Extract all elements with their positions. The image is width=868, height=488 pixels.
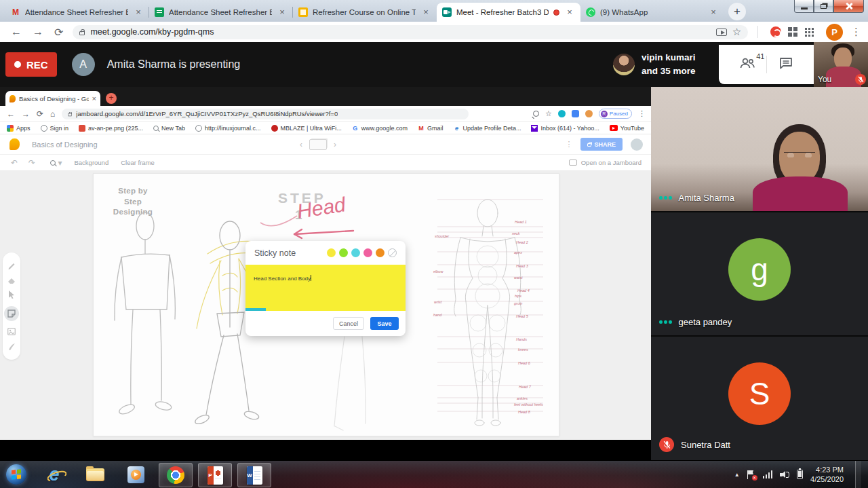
select-tool-icon[interactable]: [8, 290, 15, 299]
undo-icon[interactable]: ↶: [11, 158, 18, 168]
battery-icon[interactable]: [797, 470, 803, 479]
sticky-note-body[interactable]: Head Section and Body: [245, 265, 406, 311]
color-swatch[interactable]: [339, 248, 348, 257]
volume-icon[interactable]: [780, 470, 789, 478]
start-button[interactable]: [0, 461, 33, 488]
zoom-icon[interactable]: [533, 111, 539, 117]
forward-button[interactable]: →: [33, 26, 43, 38]
restore-button[interactable]: [814, 0, 833, 13]
inner-new-tab-button[interactable]: +: [106, 93, 117, 104]
close-tab-icon[interactable]: ×: [564, 7, 575, 18]
show-desktop-button[interactable]: [855, 461, 861, 488]
laser-tool-icon[interactable]: [7, 343, 16, 351]
taskbar-clock[interactable]: 4:23 PM 4/25/2020: [810, 465, 844, 485]
color-swatch[interactable]: [376, 248, 384, 257]
bookmark-star-icon[interactable]: ☆: [732, 26, 741, 38]
next-frame-icon[interactable]: ›: [334, 140, 336, 149]
new-tab-button[interactable]: +: [728, 3, 746, 20]
bookmark-item[interactable]: Sign in: [41, 125, 69, 132]
extension-icon[interactable]: [558, 110, 566, 117]
sync-paused-profile[interactable]: R Paused: [599, 109, 632, 119]
cancel-button[interactable]: Cancel: [333, 317, 364, 330]
previous-frame-icon[interactable]: ‹: [300, 140, 302, 149]
chat-button[interactable]: [767, 57, 805, 72]
frame-thumbnail[interactable]: [309, 139, 327, 150]
clear-color-swatch[interactable]: [388, 248, 397, 257]
participant-avatar[interactable]: [613, 54, 635, 75]
taskbar-powerpoint-active[interactable]: P: [198, 463, 232, 487]
bookmark-item[interactable]: http://linuxjournal.c...: [195, 125, 261, 132]
close-window-button[interactable]: [833, 0, 864, 13]
jamboard-title[interactable]: Basics of Designing: [32, 140, 98, 149]
extension-grid-icon[interactable]: [788, 27, 797, 37]
bookmark-item[interactable]: e Update Profile Deta...: [453, 125, 521, 132]
bookmark-item[interactable]: G www.google.com: [352, 125, 408, 132]
close-tab-icon[interactable]: ×: [92, 94, 96, 102]
bookmark-item[interactable]: New Tab: [153, 125, 185, 132]
participant-tile-sunetra[interactable]: S Sunetra Datt: [651, 335, 868, 460]
self-view-tile[interactable]: You: [814, 42, 868, 87]
tab-gmail-attendance[interactable]: M Attendance Sheet Refresher Bat ×: [5, 3, 149, 22]
reload-button[interactable]: ⟳: [37, 109, 43, 119]
bookmark-item[interactable]: Inbox (614) - Yahoo...: [531, 125, 599, 132]
image-tool-icon[interactable]: [7, 328, 16, 335]
participant-tile-amita[interactable]: Amita Sharma: [651, 87, 868, 211]
color-swatch[interactable]: [363, 248, 372, 257]
zoom-tool-icon[interactable]: ▾: [50, 158, 62, 168]
close-tab-icon[interactable]: ×: [277, 7, 288, 18]
network-signal-icon[interactable]: [763, 470, 773, 478]
pen-tool-icon[interactable]: [7, 261, 16, 269]
jamboard-menu-icon[interactable]: ⋮: [565, 140, 572, 149]
open-on-jamboard[interactable]: Open on a Jamboard: [569, 159, 642, 166]
bookmark-item[interactable]: M Gmail: [418, 125, 443, 132]
action-center-flag-icon[interactable]: ✕: [747, 470, 755, 479]
bookmark-item[interactable]: av-an-pe.png (225...: [79, 125, 143, 132]
account-avatar[interactable]: [631, 138, 643, 151]
taskbar-internet-explorer[interactable]: e: [38, 461, 71, 488]
bookmark-item[interactable]: YouTube: [610, 125, 644, 132]
taskbar-chrome-active[interactable]: [159, 463, 193, 487]
browser-menu-icon[interactable]: ⋮: [638, 109, 646, 118]
extension-icon[interactable]: [572, 110, 579, 117]
browser-menu-icon[interactable]: ⋮: [851, 26, 861, 38]
participants-button[interactable]: 41: [728, 57, 766, 72]
taskbar-file-explorer[interactable]: [79, 461, 111, 488]
participant-tile-geeta[interactable]: g geeta pandey: [651, 211, 868, 335]
inner-address-bar[interactable]: jamboard.google.com/d/1ErVrP_6YR_QuJjiCI…: [62, 109, 469, 119]
tab-refresher-course[interactable]: Refresher Course on Online Tea ×: [293, 3, 437, 22]
bookmark-star-icon[interactable]: ☆: [545, 109, 552, 118]
apps-grid-icon[interactable]: [804, 27, 814, 37]
participants-summary[interactable]: vipin kumari and 35 more: [642, 51, 709, 77]
close-tab-icon[interactable]: ×: [133, 7, 144, 18]
tab-meet-active[interactable]: Meet - Refresher Batch3 Da ×: [437, 3, 580, 22]
background-button[interactable]: Background: [74, 159, 108, 166]
save-button[interactable]: Save: [370, 317, 399, 330]
tab-whatsapp[interactable]: (9) WhatsApp ×: [580, 3, 724, 22]
redo-icon[interactable]: ↷: [28, 158, 35, 168]
extension-swirl-icon[interactable]: [770, 26, 781, 37]
extension-icon[interactable]: [585, 110, 593, 117]
bookmark-item[interactable]: MBLAZE | Ultra WiFi...: [271, 125, 342, 132]
close-tab-icon[interactable]: ×: [420, 7, 431, 18]
share-button[interactable]: SHARE: [580, 138, 623, 151]
close-tab-icon[interactable]: ×: [708, 7, 719, 18]
back-button[interactable]: ←: [11, 26, 22, 38]
clear-frame-button[interactable]: Clear frame: [121, 159, 155, 166]
reload-button[interactable]: ⟳: [54, 26, 63, 39]
inner-tab-jamboard[interactable]: Basics of Designing - Google Jam ×: [5, 91, 100, 106]
color-swatch[interactable]: [327, 248, 336, 257]
taskbar-media-player[interactable]: [119, 461, 152, 488]
color-swatch[interactable]: [351, 248, 360, 257]
back-button[interactable]: ←: [7, 109, 15, 119]
cast-icon[interactable]: [716, 29, 727, 36]
eraser-tool-icon[interactable]: [7, 277, 16, 284]
tab-sheets-attendance[interactable]: Attendance Sheet Refresher Bat ×: [149, 3, 293, 22]
show-hidden-icons[interactable]: ▲: [734, 472, 740, 478]
sticky-note-tool-active[interactable]: [4, 306, 19, 321]
bookmark-item[interactable]: Apps: [7, 125, 31, 132]
profile-avatar[interactable]: P: [826, 24, 843, 41]
address-bar[interactable]: meet.google.com/kby-pgdm-qms ☆: [73, 25, 748, 39]
taskbar-word-active[interactable]: W: [237, 463, 271, 487]
minimize-button[interactable]: [794, 0, 814, 13]
ssl-lock-icon[interactable]: [79, 31, 85, 35]
